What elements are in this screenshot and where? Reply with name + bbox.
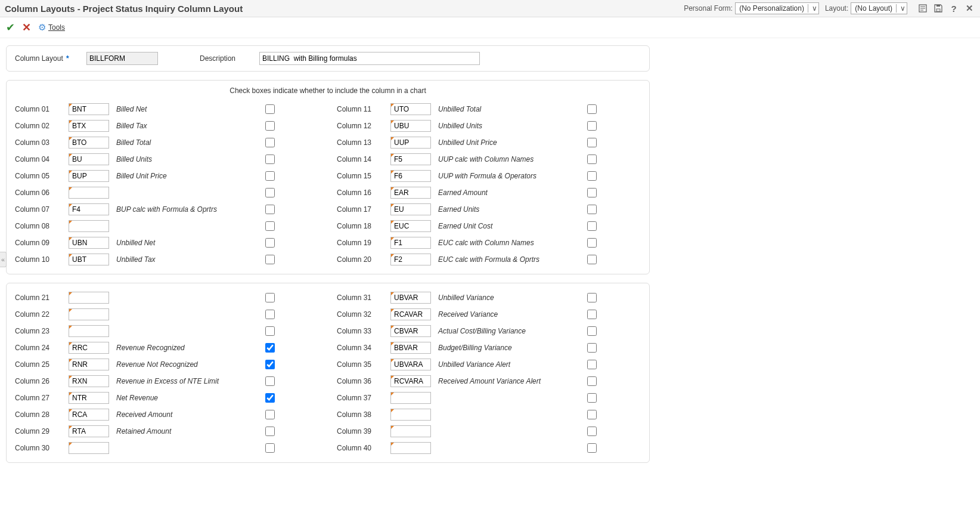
column-code-input[interactable] — [69, 359, 109, 370]
column-code-input[interactable] — [69, 392, 109, 404]
help-icon[interactable]: ? — [948, 2, 960, 14]
include-in-chart-checkbox[interactable] — [587, 205, 597, 214]
include-in-chart-checkbox[interactable] — [587, 138, 597, 147]
column-code-input[interactable] — [69, 425, 109, 437]
column-code-input[interactable] — [69, 103, 109, 115]
column-code-input[interactable] — [69, 342, 109, 354]
column-code-input[interactable] — [390, 442, 431, 454]
include-in-chart-checkbox[interactable] — [587, 188, 597, 197]
include-in-chart-checkbox[interactable] — [587, 393, 597, 403]
column-code-input[interactable] — [69, 170, 109, 182]
cancel-button[interactable]: ✕ — [22, 21, 31, 34]
include-in-chart-checkbox[interactable] — [265, 343, 275, 353]
column-code-input[interactable] — [69, 153, 109, 165]
include-in-chart-checkbox[interactable] — [587, 443, 597, 453]
include-in-chart-checkbox[interactable] — [587, 171, 597, 181]
include-in-chart-checkbox[interactable] — [265, 205, 275, 214]
column-code-input[interactable] — [69, 203, 109, 215]
notes-icon[interactable] — [917, 2, 929, 14]
column-code-input[interactable] — [390, 237, 431, 249]
column-code-input[interactable] — [390, 425, 431, 437]
include-in-chart-checkbox[interactable] — [265, 104, 275, 114]
column-code-input[interactable] — [390, 392, 431, 404]
tools-menu[interactable]: ⚙ Tools — [38, 22, 65, 33]
column-code-input[interactable] — [390, 254, 431, 265]
column-description: Earned Units — [438, 205, 587, 214]
include-in-chart-checkbox[interactable] — [587, 326, 597, 336]
column-code-input[interactable] — [390, 325, 431, 337]
ok-button[interactable]: ✔ — [6, 21, 15, 34]
include-in-chart-checkbox[interactable] — [265, 238, 275, 248]
include-in-chart-checkbox[interactable] — [587, 255, 597, 264]
column-code-input[interactable] — [390, 292, 431, 304]
include-in-chart-checkbox[interactable] — [265, 393, 275, 403]
column-layout-input[interactable] — [86, 52, 158, 65]
column-code-input[interactable] — [69, 120, 109, 132]
include-in-chart-checkbox[interactable] — [587, 293, 597, 302]
column-code-input[interactable] — [69, 137, 109, 149]
include-in-chart-checkbox[interactable] — [265, 188, 275, 197]
include-in-chart-checkbox[interactable] — [265, 221, 275, 231]
include-in-chart-checkbox[interactable] — [265, 138, 275, 147]
include-in-chart-checkbox[interactable] — [587, 104, 597, 114]
include-in-chart-checkbox[interactable] — [587, 310, 597, 319]
column-label: Column 36 — [337, 377, 390, 385]
description-input[interactable] — [259, 52, 480, 65]
column-row: Column 35Unbilled Variance Alert — [337, 356, 641, 373]
layout-select[interactable]: (No Layout) ∨ — [851, 2, 907, 14]
column-code-input[interactable] — [69, 442, 109, 454]
include-in-chart-checkbox[interactable] — [587, 427, 597, 436]
include-in-chart-checkbox[interactable] — [265, 376, 275, 386]
include-in-chart-checkbox[interactable] — [587, 238, 597, 248]
column-code-input[interactable] — [390, 308, 431, 320]
column-code-input[interactable] — [390, 137, 431, 149]
column-code-input[interactable] — [69, 187, 109, 199]
column-code-input[interactable] — [390, 409, 431, 421]
include-in-chart-checkbox[interactable] — [265, 427, 275, 436]
column-label: Column 17 — [337, 205, 390, 214]
include-in-chart-checkbox[interactable] — [587, 121, 597, 131]
include-in-chart-checkbox[interactable] — [265, 443, 275, 453]
column-code-input[interactable] — [69, 237, 109, 249]
column-description: UUP calc with Column Names — [438, 155, 587, 163]
save-icon[interactable] — [932, 2, 944, 14]
column-code-input[interactable] — [69, 325, 109, 337]
include-in-chart-checkbox[interactable] — [265, 171, 275, 181]
column-code-input[interactable] — [69, 220, 109, 232]
include-in-chart-checkbox[interactable] — [265, 310, 275, 319]
include-in-chart-checkbox[interactable] — [587, 410, 597, 419]
include-in-chart-checkbox[interactable] — [265, 255, 275, 264]
column-code-input[interactable] — [390, 170, 431, 182]
column-code-input[interactable] — [390, 153, 431, 165]
include-in-chart-checkbox[interactable] — [265, 121, 275, 131]
include-in-chart-checkbox[interactable] — [265, 293, 275, 302]
include-in-chart-checkbox[interactable] — [587, 343, 597, 353]
chevron-down-icon[interactable]: ∨ — [896, 4, 907, 13]
column-code-input[interactable] — [390, 375, 431, 387]
column-code-input[interactable] — [390, 187, 431, 199]
column-code-input[interactable] — [390, 203, 431, 215]
column-code-input[interactable] — [69, 409, 109, 421]
column-description: Revenue Not Recognized — [116, 360, 265, 369]
include-in-chart-checkbox[interactable] — [265, 360, 275, 369]
include-in-chart-checkbox[interactable] — [587, 221, 597, 231]
include-in-chart-checkbox[interactable] — [265, 326, 275, 336]
include-in-chart-checkbox[interactable] — [587, 360, 597, 369]
column-code-input[interactable] — [390, 220, 431, 232]
column-code-input[interactable] — [390, 342, 431, 354]
column-code-input[interactable] — [390, 120, 431, 132]
column-code-input[interactable] — [69, 292, 109, 304]
column-code-input[interactable] — [390, 359, 431, 370]
include-in-chart-checkbox[interactable] — [265, 155, 275, 164]
chevron-down-icon[interactable]: ∨ — [808, 4, 818, 13]
expand-panel-icon[interactable]: « — [0, 252, 7, 267]
close-icon[interactable]: ✕ — [963, 2, 975, 14]
column-code-input[interactable] — [69, 254, 109, 265]
personal-form-select[interactable]: (No Personalization) ∨ — [735, 2, 819, 14]
include-in-chart-checkbox[interactable] — [587, 376, 597, 386]
column-code-input[interactable] — [69, 375, 109, 387]
column-code-input[interactable] — [390, 103, 431, 115]
include-in-chart-checkbox[interactable] — [587, 155, 597, 164]
include-in-chart-checkbox[interactable] — [265, 410, 275, 419]
column-code-input[interactable] — [69, 308, 109, 320]
